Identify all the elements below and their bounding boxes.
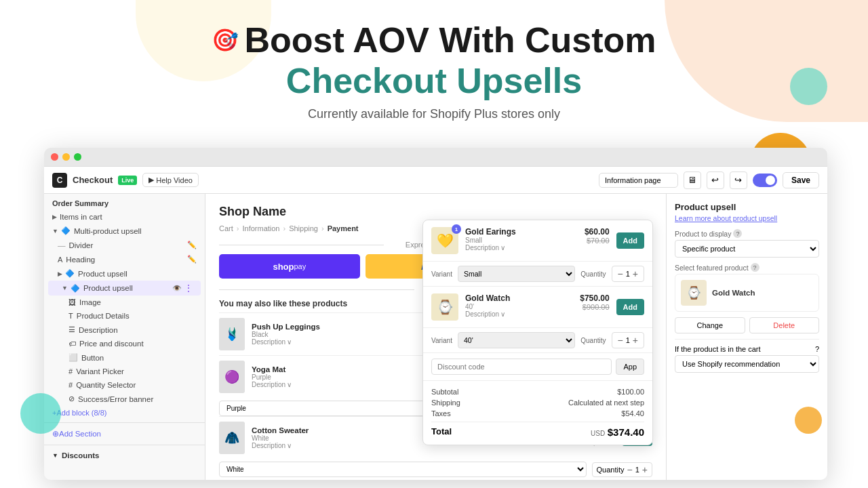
popup-shipping-row: Shipping Calculated at next step [431, 399, 644, 407]
popup-variant-select-watch[interactable]: 40' [458, 332, 575, 348]
deco-orange-small [795, 407, 822, 434]
page-select[interactable]: Information page [599, 173, 678, 188]
popup-badge: 1 [452, 224, 461, 234]
close-window-btn[interactable] [51, 153, 58, 161]
sidebar-item-button[interactable]: ⬜ Button [44, 350, 205, 365]
save-button[interactable]: Save [783, 172, 819, 188]
popup-taxes-value: $54.40 [621, 409, 644, 418]
redo-btn[interactable]: ↪ [730, 171, 747, 189]
maximize-window-btn[interactable] [74, 153, 81, 161]
popup-item-info-watch: Gold Watch 40' Description ∨ [465, 293, 573, 318]
delete-product-button[interactable]: Delete [749, 317, 820, 333]
sidebar-item-divider[interactable]: — Divider ✏️ [44, 238, 205, 252]
breadcrumb-cart[interactable]: Cart [219, 224, 233, 232]
popup-qty-increase-watch[interactable]: + [633, 335, 638, 346]
sidebar-item-success-error[interactable]: ⊘ Success/Error banner [44, 392, 205, 406]
sidebar-item-variant-picker[interactable]: # Variant Picker [44, 365, 205, 378]
popup-qty-decrease-earings[interactable]: − [618, 268, 623, 279]
panel-learn-more-link[interactable]: Learn more about product upsell [675, 214, 819, 222]
sidebar-item-product-details[interactable]: T Product Details [44, 309, 205, 323]
sidebar-item-items-in-cart[interactable]: ▶ Items in cart [44, 210, 205, 224]
popup-item-info-earings: Gold Earings Small Description ∨ [465, 227, 578, 251]
sidebar-item-quantity-selector[interactable]: # Quantity Selector [44, 378, 205, 392]
popup-item-prices-earings: $60.00 $70.00 [585, 227, 610, 245]
discount-code-input[interactable] [431, 359, 612, 375]
sidebar-item-image[interactable]: 🖼 Image [44, 296, 205, 309]
product-to-display-select[interactable]: Specific product [675, 240, 819, 258]
add-section-button[interactable]: ⊕ Add Section [44, 426, 205, 442]
add-block-button[interactable]: + Add block (8/8) [44, 406, 205, 420]
sidebar-divider [44, 422, 205, 423]
popup-price-old-watch: $900.00 [580, 303, 609, 311]
popup-variant-label-watch: Variant [431, 337, 452, 344]
popup-total-value: $374.40 [608, 426, 644, 438]
change-product-button[interactable]: Change [675, 317, 745, 333]
toggle-switch[interactable] [753, 174, 777, 187]
sidebar-item-product-upsell-parent[interactable]: ▶ 🔷 Product upsell [44, 266, 205, 281]
popup-add-earings-button[interactable]: Add [616, 232, 644, 249]
popup-subtotal-value: $100.00 [617, 388, 644, 396]
in-cart-row: If the product is in the cart ? [675, 345, 819, 353]
sidebar-item-description[interactable]: ☰ Description [44, 323, 205, 337]
select-featured-label: Select featured product ? [675, 263, 819, 272]
deco-teal-circle2 [20, 393, 61, 434]
breadcrumb-shipping[interactable]: Shipping [289, 224, 318, 232]
info-icon-3: ? [815, 345, 819, 353]
in-cart-select[interactable]: Use Shopify recommendation [675, 355, 819, 373]
sidebar-item-price-discount[interactable]: 🏷 Price and discount [44, 337, 205, 350]
breadcrumb-information[interactable]: Information [242, 224, 279, 232]
hero-title-line2: Checkout Upsells [286, 60, 582, 102]
minimize-window-btn[interactable] [62, 153, 70, 161]
shopify-pay-button[interactable]: shoppay [219, 254, 360, 279]
help-video-button[interactable]: ▶ Help Video [142, 173, 199, 187]
popup-taxes-label: Taxes [431, 409, 451, 418]
undo-btn[interactable]: ↩ [707, 171, 724, 189]
popup-add-watch-button[interactable]: Add [616, 299, 644, 315]
variant-qty-row-3: White Quantity − 1 + [219, 462, 652, 477]
right-panel: Product upsell Learn more about product … [666, 194, 827, 480]
popup-item-variant-watch: 40' [465, 303, 573, 310]
browser-titlebar [44, 148, 827, 167]
popup-item-prices-watch: $750.00 $900.00 [580, 293, 609, 311]
popup-variant-select-earings[interactable]: Small [458, 266, 575, 282]
variant-select-3[interactable]: White [219, 462, 587, 477]
popup-item-earings: 💛 1 Gold Earings Small Description ∨ $60… [423, 220, 652, 262]
sidebar-divider2 [44, 445, 205, 445]
product-preview-img: ⌚ [681, 280, 707, 306]
popup-qty-value-earings: 1 [626, 270, 630, 278]
upsell-img-1: 🩱 [219, 318, 245, 350]
popup-item-name-watch: Gold Watch [465, 293, 573, 303]
apply-discount-button[interactable]: App [616, 359, 644, 375]
popup-qty-label-earings: Quantity [580, 270, 606, 278]
panel-divider [675, 339, 819, 340]
sidebar-item-product-upsell-active[interactable]: ▼ 🔷 Product upsell 👁️ ⋮ [48, 281, 201, 296]
product-popup: 💛 1 Gold Earings Small Description ∨ $60… [422, 220, 653, 445]
desktop-icon-btn[interactable]: 🖥 [684, 171, 701, 189]
qty-ctrl-3: Quantity − 1 + [592, 462, 652, 477]
info-icon-1: ? [733, 229, 742, 238]
in-cart-label: If the product is in the cart [675, 345, 761, 353]
popup-item-variant-earings: Small [465, 237, 578, 244]
sidebar-item-discounts[interactable]: ▼ Discounts [44, 448, 205, 463]
play-icon: ▶ [149, 176, 154, 184]
popup-qty-label-watch: Quantity [580, 337, 606, 344]
sidebar-item-multi-product-upsell[interactable]: ▼ 🔷 Multi-product upsell [44, 224, 205, 238]
product-to-display-label: Product to display ? [675, 229, 819, 238]
upsell-img-3: 🧥 [219, 422, 245, 454]
sidebar-item-heading[interactable]: A Heading ✏️ [44, 252, 205, 266]
info-icon-2: ? [751, 263, 760, 272]
popup-total-row: Total USD $374.40 [431, 422, 644, 438]
hero-icon: 🎯 [212, 27, 239, 53]
qty-decrease-3[interactable]: − [627, 464, 633, 475]
popup-price-new-earings: $60.00 [585, 227, 610, 237]
popup-shipping-label: Shipping [431, 399, 460, 407]
qty-increase-3[interactable]: + [642, 464, 648, 475]
qty-label-3: Quantity [597, 466, 625, 474]
popup-discount-row: App [423, 353, 652, 381]
popup-qty-decrease-watch[interactable]: − [618, 335, 623, 346]
popup-total-amount: USD $374.40 [591, 426, 644, 438]
breadcrumb-payment[interactable]: Payment [328, 224, 359, 232]
panel-title: Product upsell [675, 202, 819, 212]
popup-item-name-earings: Gold Earings [465, 227, 578, 237]
popup-qty-increase-earings[interactable]: + [633, 268, 638, 279]
